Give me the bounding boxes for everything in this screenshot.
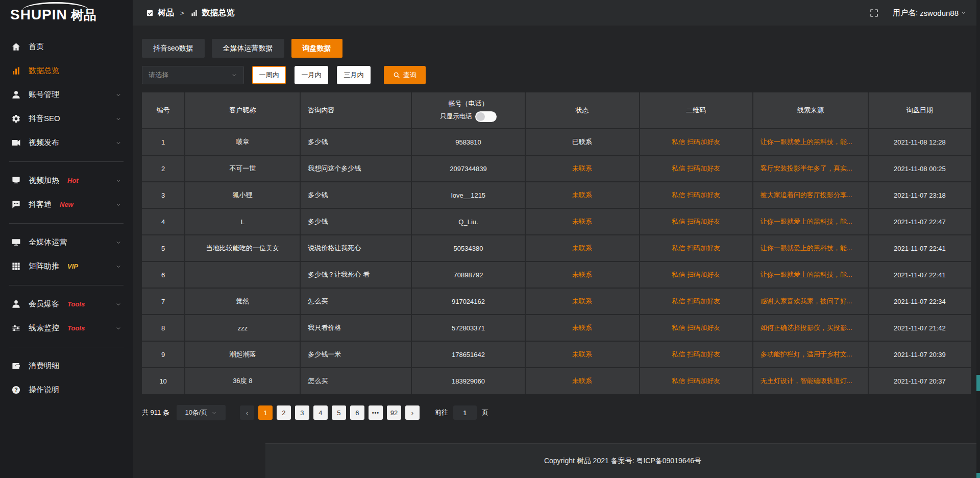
copyright-text: Copyright 树品 2021 备案号: 粤ICP备09019646号 xyxy=(544,457,701,466)
page-button-92[interactable]: 92 xyxy=(387,405,401,420)
cell-qrcode-link[interactable]: 私信 扫码加好友 xyxy=(640,368,752,394)
cell-source-link[interactable]: 让你一眼就爱上的黑科技，能... xyxy=(753,209,868,234)
cell-content: 怎么买 xyxy=(301,289,411,314)
cell-source-link[interactable]: 让你一眼就爱上的黑科技，能... xyxy=(753,235,868,261)
page-button-3[interactable]: 3 xyxy=(295,405,309,420)
home-icon xyxy=(11,42,21,52)
query-button[interactable]: 查询 xyxy=(384,66,426,84)
tab-0[interactable]: 抖音seo数据 xyxy=(142,39,205,58)
cell-content: 我只看价格 xyxy=(301,315,411,341)
sidebar-item-1[interactable]: 数据总览 xyxy=(0,59,133,83)
sidebar-item-7[interactable]: 全媒体运营 xyxy=(0,230,133,254)
chevron-down-icon xyxy=(115,92,121,98)
cell-source-link[interactable]: 多功能护栏灯，适用于乡村文... xyxy=(753,342,868,367)
cell-nickname: 狐小狸 xyxy=(185,182,300,208)
cell-account: 50534380 xyxy=(412,235,524,261)
sidebar-item-5[interactable]: 视频加热Hot xyxy=(0,169,133,193)
page-button-6[interactable]: 6 xyxy=(350,405,364,420)
tab-2[interactable]: 询盘数据 xyxy=(291,39,342,58)
scrollbar-thumb[interactable] xyxy=(976,375,980,391)
sidebar-divider xyxy=(9,223,124,224)
cell-qrcode-link[interactable]: 私信 扫码加好友 xyxy=(640,156,752,181)
cell-source-link[interactable]: 如何正确选择投影仪，买投影... xyxy=(753,315,868,341)
cell-id: 1 xyxy=(142,129,184,155)
sidebar-item-3[interactable]: 抖音SEO xyxy=(0,107,133,131)
cell-source-link[interactable]: 让你一眼就爱上的黑科技，能... xyxy=(753,262,868,288)
cell-nickname: 觉然 xyxy=(185,289,300,314)
range-button-1[interactable]: 一月内 xyxy=(295,66,328,84)
cell-date: 2021-11-07 20:37 xyxy=(869,368,971,394)
bar-chart-icon xyxy=(190,9,198,17)
col-header-date: 询盘日期 xyxy=(869,92,971,128)
tab-1[interactable]: 全媒体运营数据 xyxy=(212,39,284,58)
breadcrumb-current: 数据总览 xyxy=(202,8,235,18)
col-header-account-title: 帐号（电话） xyxy=(448,99,488,108)
sidebar-item-0[interactable]: 首页 xyxy=(0,35,133,59)
cell-source-link[interactable]: 让你一眼就爱上的黑科技，能... xyxy=(753,129,868,155)
cell-date: 2021-11-08 00:25 xyxy=(869,156,971,181)
page-button-2[interactable]: 2 xyxy=(277,405,291,420)
sidebar-divider xyxy=(9,161,124,162)
cell-source-link[interactable]: 无主灯设计，智能磁吸轨道灯... xyxy=(753,368,868,394)
wallet-icon xyxy=(11,361,21,371)
chevron-down-icon xyxy=(231,72,237,78)
cell-qrcode-link[interactable]: 私信 扫码加好友 xyxy=(640,209,752,234)
fullscreen-icon[interactable] xyxy=(870,9,878,17)
date-range-group: 一周内一月内三月内 xyxy=(252,66,371,84)
filter-select[interactable]: 请选择 xyxy=(142,66,244,84)
range-button-0[interactable]: 一周内 xyxy=(252,66,286,84)
cell-qrcode-link[interactable]: 私信 扫码加好友 xyxy=(640,235,752,261)
sidebar-item-10[interactable]: 线索监控Tools xyxy=(0,316,133,340)
cell-nickname: 36度 8 xyxy=(185,368,300,394)
screen-icon xyxy=(11,176,21,185)
member-icon xyxy=(11,299,21,309)
sidebar-item-12[interactable]: ?操作说明 xyxy=(0,378,133,402)
cell-content: 说说价格让我死心 xyxy=(301,235,411,261)
page-button-4[interactable]: 4 xyxy=(313,405,328,420)
next-page-button[interactable]: › xyxy=(405,405,420,420)
user-menu[interactable]: 用户名: zswodun88 xyxy=(893,8,967,18)
sidebar-item-label: 数据总览 xyxy=(29,66,59,76)
cell-date: 2021-11-08 12:28 xyxy=(869,129,971,155)
cell-id: 2 xyxy=(142,156,184,181)
range-button-2[interactable]: 三月内 xyxy=(337,66,371,84)
sidebar-item-label: 首页 xyxy=(29,42,44,52)
cell-qrcode-link[interactable]: 私信 扫码加好友 xyxy=(640,182,752,208)
sidebar-item-8[interactable]: 矩阵助推VIP xyxy=(0,254,133,278)
sidebar-item-9[interactable]: 会员爆客Tools xyxy=(0,292,133,316)
cell-qrcode-link[interactable]: 私信 扫码加好友 xyxy=(640,129,752,155)
breadcrumb-separator: > xyxy=(180,9,184,17)
sidebar-item-4[interactable]: 视频发布 xyxy=(0,131,133,155)
cell-date: 2021-11-07 22:34 xyxy=(869,289,971,314)
chevron-down-icon xyxy=(115,301,121,307)
sidebar-item-11[interactable]: 消费明细 xyxy=(0,354,133,378)
page-buttons: ‹123456•••92› xyxy=(240,405,420,420)
sidebar-item-label: 矩阵助推 xyxy=(29,261,59,271)
phone-only-toggle[interactable] xyxy=(475,111,497,122)
pagination-total: 共 911 条 xyxy=(142,408,169,417)
page-size-select[interactable]: 10条/页 xyxy=(177,405,226,420)
sidebar-item-6[interactable]: 抖客通New xyxy=(0,193,133,217)
cell-source-link[interactable]: 感谢大家喜欢我家，被问了好... xyxy=(753,289,868,314)
scrollbar-track[interactable] xyxy=(976,0,980,478)
cell-qrcode-link[interactable]: 私信 扫码加好友 xyxy=(640,342,752,367)
cell-qrcode-link[interactable]: 私信 扫码加好友 xyxy=(640,262,752,288)
page-button-1[interactable]: 1 xyxy=(258,405,273,420)
chevron-down-icon xyxy=(115,264,121,270)
page-button-5[interactable]: 5 xyxy=(332,405,346,420)
goto-page-input[interactable] xyxy=(453,405,477,420)
app-logo[interactable]: SHUPIN 树品 xyxy=(0,0,133,30)
sidebar-item-label: 消费明细 xyxy=(29,361,59,371)
cell-source-link[interactable]: 被大家追着问的客厅投影分享... xyxy=(753,182,868,208)
sidebar-item-2[interactable]: 账号管理 xyxy=(0,83,133,107)
cell-qrcode-link[interactable]: 私信 扫码加好友 xyxy=(640,315,752,341)
footer: Copyright 树品 2021 备案号: 粤ICP备09019646号 xyxy=(265,443,980,478)
cell-status: 未联系 xyxy=(526,209,639,234)
breadcrumb-root[interactable]: 树品 xyxy=(158,8,174,18)
cell-source-link[interactable]: 客厅安装投影半年多了，真实... xyxy=(753,156,868,181)
badge-vip: VIP xyxy=(67,262,78,270)
more-pages-button[interactable]: ••• xyxy=(369,405,383,420)
cell-qrcode-link[interactable]: 私信 扫码加好友 xyxy=(640,289,752,314)
prev-page-button[interactable]: ‹ xyxy=(240,405,254,420)
video-icon xyxy=(11,138,21,148)
